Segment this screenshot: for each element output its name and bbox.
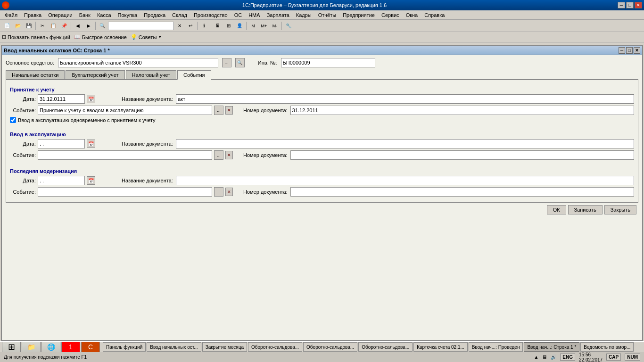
- tb-refresh[interactable]: ↩: [185, 21, 196, 31]
- quick-panel[interactable]: ⊞ Показать панель функций: [2, 34, 70, 40]
- tb-info[interactable]: ℹ: [199, 21, 209, 31]
- menu-os[interactable]: ОС: [231, 12, 245, 18]
- s3-date-input[interactable]: [38, 176, 85, 185]
- s1-checkbox[interactable]: [10, 117, 16, 123]
- s2-event-browse[interactable]: ...: [214, 150, 223, 160]
- menu-enterprise[interactable]: Предприятие: [340, 12, 378, 18]
- start-1c2[interactable]: С: [81, 342, 100, 352]
- s2-docnum-input[interactable]: [290, 150, 634, 160]
- s2-event-clear[interactable]: ✕: [225, 151, 233, 159]
- menu-purchase[interactable]: Покупка: [115, 12, 140, 18]
- s3-event-browse[interactable]: ...: [214, 187, 223, 197]
- tab-sobytia[interactable]: События: [177, 70, 211, 80]
- s1-cal-btn[interactable]: 📅: [87, 95, 95, 103]
- restore-btn[interactable]: □: [626, 2, 634, 8]
- tab-nalog[interactable]: Налоговый учет: [126, 70, 177, 79]
- task-7[interactable]: Ввод нач...: Проведен: [469, 342, 523, 352]
- close-btn[interactable]: ✕: [635, 2, 642, 8]
- task-3[interactable]: Оборотно-сальдова...: [248, 342, 302, 352]
- s3-event-input[interactable]: [38, 187, 212, 197]
- close-btn-doc[interactable]: Закрыть: [604, 205, 636, 214]
- s1-event-browse[interactable]: ...: [214, 106, 223, 115]
- menu-nma[interactable]: НМА: [246, 12, 263, 18]
- minimize-btn[interactable]: ─: [618, 2, 625, 8]
- tb-save[interactable]: 💾: [24, 21, 34, 31]
- menu-edit[interactable]: Правка: [21, 12, 44, 18]
- save-btn[interactable]: Записать: [568, 205, 603, 214]
- tb-cut[interactable]: ✂: [37, 21, 48, 31]
- task-8[interactable]: Ввод нач...: Строка 1 *: [524, 342, 579, 352]
- tips-label[interactable]: Советы: [139, 34, 157, 40]
- quick-learning[interactable]: 📖 Быстрое освоение: [74, 34, 127, 40]
- tb-person[interactable]: 👤: [234, 21, 245, 31]
- start-1c[interactable]: 1: [61, 342, 80, 352]
- s2-docname-input[interactable]: [176, 139, 634, 148]
- s3-docnum-input[interactable]: [290, 187, 634, 197]
- tb-mplus[interactable]: M+: [259, 21, 269, 31]
- osnov-input[interactable]: [58, 58, 218, 67]
- tb-copy[interactable]: 📋: [48, 21, 58, 31]
- menu-windows[interactable]: Окна: [403, 12, 421, 18]
- tb-m[interactable]: M: [248, 21, 258, 31]
- menu-sales[interactable]: Продажа: [141, 12, 168, 18]
- task-5[interactable]: Оборотно-сальдова...: [358, 342, 413, 352]
- doc-restore[interactable]: □: [626, 47, 633, 54]
- doc-minimize[interactable]: ─: [619, 47, 625, 54]
- tb-search[interactable]: 🔍: [97, 21, 107, 31]
- menu-help[interactable]: Справка: [421, 12, 447, 18]
- s2-cal-btn[interactable]: 📅: [87, 140, 95, 148]
- tb-fwd[interactable]: ▶: [83, 21, 94, 31]
- s2-event-input[interactable]: [38, 150, 212, 160]
- s3-cal-btn[interactable]: 📅: [87, 176, 95, 185]
- s1-date-input[interactable]: [38, 94, 85, 104]
- doc-close[interactable]: ✕: [634, 47, 640, 54]
- task-9[interactable]: Ведомость по амор...: [580, 342, 634, 352]
- menu-bank[interactable]: Банк: [76, 12, 93, 18]
- tb-paste[interactable]: 📌: [59, 21, 69, 31]
- tb-new[interactable]: 📄: [2, 21, 12, 31]
- menu-reports[interactable]: Отчёты: [315, 12, 339, 18]
- tab-buh[interactable]: Бухгалтерский учет: [66, 70, 124, 79]
- osnov-browse-btn[interactable]: ...: [222, 58, 231, 67]
- inv-input[interactable]: [281, 58, 375, 67]
- s1-event-clear[interactable]: ✕: [225, 106, 233, 115]
- tab-nachalnie[interactable]: Начальные остатки: [6, 70, 65, 79]
- tb-search-go[interactable]: ✕: [174, 21, 185, 31]
- menu-cash[interactable]: Касса: [94, 12, 114, 18]
- ok-btn[interactable]: ОК: [547, 205, 566, 214]
- start-explorer[interactable]: 📁: [22, 342, 41, 352]
- task-1[interactable]: Ввод начальных ост...: [147, 342, 201, 352]
- tb-wrench[interactable]: 🔧: [283, 21, 294, 31]
- osnov-find-btn[interactable]: 🔍: [235, 58, 245, 67]
- quick-tips[interactable]: 💡 Советы ▼: [131, 34, 162, 40]
- menu-production[interactable]: Производство: [191, 12, 231, 18]
- tb-table[interactable]: ⊞: [223, 21, 234, 31]
- menu-service[interactable]: Сервис: [379, 12, 402, 18]
- menu-salary[interactable]: Зарплата: [264, 12, 292, 18]
- tb-search-input[interactable]: [108, 22, 174, 30]
- panel-label[interactable]: Показать панель функций: [8, 34, 70, 40]
- menu-operations[interactable]: Операции: [45, 12, 75, 18]
- tb-open[interactable]: 📂: [13, 21, 23, 31]
- tb-mminus[interactable]: M-: [270, 21, 280, 31]
- learning-label[interactable]: Быстрое освоение: [82, 34, 127, 40]
- s2-date-input[interactable]: [38, 139, 85, 148]
- task-6[interactable]: Карточка счета 02.1...: [413, 342, 468, 352]
- menu-warehouse[interactable]: Склад: [169, 12, 190, 18]
- s3-event-clear[interactable]: ✕: [225, 188, 233, 196]
- start-chrome[interactable]: 🌐: [41, 342, 60, 352]
- start-windows[interactable]: ⊞: [2, 342, 21, 352]
- s1-docname-input[interactable]: [176, 94, 634, 104]
- tb-back[interactable]: ◀: [73, 21, 83, 31]
- tb-calc[interactable]: 🖩: [213, 21, 223, 31]
- s1-docnum-input[interactable]: [290, 106, 634, 115]
- menu-hr[interactable]: Кадры: [293, 12, 314, 18]
- s1-event-input[interactable]: [38, 106, 212, 115]
- menu-file[interactable]: Файл: [2, 12, 20, 18]
- tips-dropdown-icon[interactable]: ▼: [158, 35, 162, 39]
- task-4[interactable]: Оборотно-сальдова...: [303, 342, 357, 352]
- s3-docname-input[interactable]: [176, 176, 634, 185]
- task-2[interactable]: Закрытие месяца: [202, 342, 247, 352]
- task-0[interactable]: Панель функций: [103, 342, 146, 352]
- tips-icon: 💡: [131, 34, 137, 40]
